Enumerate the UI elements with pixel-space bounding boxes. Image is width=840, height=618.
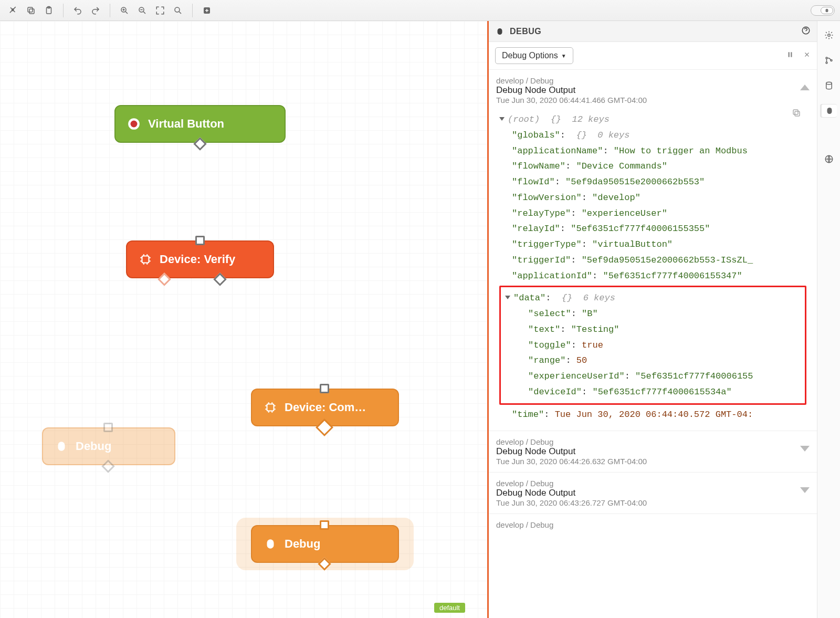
panel-title: DEBUG [510,27,541,36]
record-icon [127,117,141,131]
chip-icon [264,401,277,414]
svg-point-6 [175,7,180,12]
paste-button[interactable] [41,3,57,18]
debug-entry[interactable]: develop / Debug Debug Node Output Tue Ju… [489,473,817,514]
node-debug[interactable]: Debug [251,525,399,563]
entry-title: Debug Node Output [496,446,810,457]
entry-breadcrumb: develop / Debug [496,437,810,446]
debug-entry[interactable]: develop / Debug Debug Node Output Tue Ju… [489,70,817,431]
svg-rect-11 [267,404,274,411]
svg-rect-14 [791,52,792,57]
version-badge: default [434,603,465,613]
json-viewer: (root) {} 12 keys "globals": {} 0 keys "… [496,104,810,424]
entry-title: Debug Node Output [496,85,810,96]
svg-rect-15 [795,111,800,116]
port-in[interactable] [320,384,329,393]
svg-rect-10 [142,256,149,263]
svg-rect-16 [793,110,798,114]
zoom-fit-button[interactable] [152,3,168,18]
node-device-verify[interactable]: Device: Verify [126,240,274,278]
expand-icon[interactable] [800,487,810,493]
zoom-in-button[interactable] [117,3,132,18]
node-label: Device: Verify [160,253,235,266]
svg-rect-1 [28,7,33,12]
redo-button[interactable] [88,3,103,18]
debug-options-button[interactable]: Debug Options ▼ [495,47,573,64]
expand-icon[interactable] [800,446,810,452]
copy-button[interactable] [23,3,39,18]
svg-point-19 [826,62,827,64]
entry-breadcrumb: develop / Debug [496,520,810,529]
node-label: Debug [76,439,111,453]
svg-point-17 [827,34,830,37]
debug-header: DEBUG [489,21,817,42]
entry-timestamp: Tue Jun 30, 2020 06:43:26.727 GMT-04:00 [496,498,810,507]
port-in[interactable] [103,423,113,432]
svg-rect-13 [789,52,790,57]
entry-breadcrumb: develop / Debug [496,76,810,85]
node-label: Virtual Button [148,117,224,131]
entry-breadcrumb: develop / Debug [496,479,810,488]
zoom-out-button[interactable] [134,3,150,18]
bug-icon [55,439,68,453]
node-label: Device: Com… [285,401,366,414]
node-label: Debug [285,537,320,551]
svg-point-18 [826,57,827,59]
zoom-reset-button[interactable] [170,3,186,18]
debug-panel: DEBUG Debug Options ▼ develop / Debug De… [487,21,817,618]
debug-entry[interactable]: develop / Debug Debug Node Output Tue Ju… [489,431,817,473]
bug-icon [495,27,505,36]
chip-icon [139,253,152,266]
debug-tab[interactable] [821,104,837,118]
debug-subbar: Debug Options ▼ [489,42,817,70]
right-rail [817,21,840,618]
help-icon[interactable] [801,26,811,37]
highlighted-data-block: "data": {} 6 keys "select": "B" "text": … [499,286,806,404]
undo-button[interactable] [70,3,86,18]
node-device-command[interactable]: Device: Com… [251,389,399,426]
pause-button[interactable] [786,51,794,60]
copy-json-button[interactable] [792,108,801,123]
flow-canvas[interactable]: Virtual Button Device: Verify Device: Co… [0,21,487,618]
storage-tab[interactable] [822,79,836,92]
entry-timestamp: Tue Jun 30, 2020 06:44:26.632 GMT-04:00 [496,457,810,466]
svg-rect-0 [29,9,34,14]
debug-toggle[interactable] [811,5,835,16]
collapse-icon[interactable] [800,85,810,90]
entry-timestamp: Tue Jun 30, 2020 06:44:41.466 GMT-04:00 [496,96,810,104]
port-in[interactable] [195,236,205,245]
entry-title: Debug Node Output [496,488,810,498]
button-label: Debug Options [502,51,558,60]
caret-down-icon: ▼ [561,53,566,59]
bug-icon [264,537,277,551]
debug-entry[interactable]: develop / Debug [489,514,817,529]
versions-tab[interactable] [822,54,836,67]
close-button[interactable] [803,51,811,60]
node-debug-disabled[interactable]: Debug [42,427,175,465]
svg-point-21 [826,82,832,85]
cut-button[interactable] [5,3,21,18]
svg-point-9 [131,121,138,128]
add-button[interactable] [199,3,215,18]
globe-tab[interactable] [822,152,836,166]
settings-tab[interactable] [822,28,836,42]
toolbar [0,0,840,21]
port-in[interactable] [320,520,329,530]
